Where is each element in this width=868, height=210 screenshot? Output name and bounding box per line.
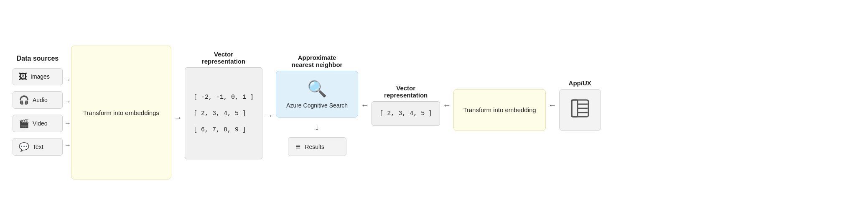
azure-to-results-arrow: ↓ [315,123,319,132]
vector-representation-right-title: Vectorrepresentation [384,85,428,99]
svg-rect-1 [572,100,578,117]
azure-section: Approximatenearest neighbor 🔍 Azure Cogn… [276,54,358,156]
vector-box-right: [ 2, 3, 4, 5 ] [372,101,440,126]
app-to-embed-arrow: ← [546,100,559,110]
transform-embeddings-label: Transform into embeddings [83,108,159,117]
azure-col: 🔍 Azure Cognitive Search ↓ ≡ Results [276,71,358,156]
video-icon: 🎬 [19,118,29,128]
vector-row-3: [ 6, 7, 8, 9 ] [193,126,254,133]
vector-representation-left-section: Vectorrepresentation [ -2, -1, 0, 1 ] [ … [185,51,262,159]
app-ux-section: App/UX [559,79,601,131]
video-label: Video [33,120,48,127]
vector-right-to-azure-arrow: ← [358,100,372,110]
results-box: ≡ Results [288,137,346,156]
images-source-box: 🖼 Images [13,68,63,85]
transform-embedding-right-box: Transform into embedding [453,89,546,131]
list-item: 🖼 Images [13,68,63,85]
embed-right-to-vector-arrow: ← [440,100,453,110]
data-sources-title: Data sources [17,55,59,62]
diagram: Data sources 🖼 Images 🎧 Audio 🎬 [13,8,855,202]
image-icon: 🖼 [19,72,27,82]
azure-search-icon: 🔍 [307,79,327,98]
transform-embedding-right-section: . Transform into embedding [453,79,546,131]
transform-embeddings-box: Transform into embeddings [71,46,171,179]
audio-source-box: 🎧 Audio [13,91,63,109]
text-icon: 💬 [19,142,29,152]
text-source-box: 💬 Text [13,138,63,156]
arrow-text: → [64,137,71,153]
text-label: Text [33,143,43,150]
arrow-images: → [64,72,71,88]
list-item: 🎬 Video [13,115,63,132]
images-label: Images [31,73,50,80]
transform-to-vector-arrow: → [171,113,185,123]
source-items: 🖼 Images 🎧 Audio 🎬 Video [13,68,63,156]
app-ux-icon [570,98,590,121]
list-item: 💬 Text [13,138,63,156]
vector-representation-left-title: Vectorrepresentation [202,51,245,65]
app-ux-box [559,89,601,131]
data-sources-section: Data sources 🖼 Images 🎧 Audio 🎬 [13,55,63,156]
vector-right-value: [ 2, 3, 4, 5 ] [379,110,432,117]
video-source-box: 🎬 Video [13,115,63,132]
audio-icon: 🎧 [19,95,29,105]
vector-box-left: [ -2, -1, 0, 1 ] [ 2, 3, 4, 5 ] [ 6, 7, … [185,67,262,159]
results-icon: ≡ [296,142,301,151]
vector-row-2: [ 2, 3, 4, 5 ] [193,110,254,117]
vector-row-1: [ -2, -1, 0, 1 ] [193,94,254,101]
arrow-audio: → [64,94,71,110]
azure-search-label: Azure Cognitive Search [286,102,348,109]
audio-label: Audio [33,97,48,103]
approx-nearest-title: Approximatenearest neighbor [292,54,343,68]
vector-representation-right-section: Vectorrepresentation [ 2, 3, 4, 5 ] [372,85,440,126]
transform-embedding-right-label: Transform into embedding [463,105,536,114]
source-to-transform-arrows: → → → → [64,72,71,153]
arrow-video: → [64,115,71,131]
azure-search-box: 🔍 Azure Cognitive Search [276,71,358,118]
list-item: 🎧 Audio [13,91,63,109]
vector-to-azure-arrow: → [262,111,276,120]
app-ux-title: App/UX [569,79,591,87]
results-label: Results [305,143,324,150]
